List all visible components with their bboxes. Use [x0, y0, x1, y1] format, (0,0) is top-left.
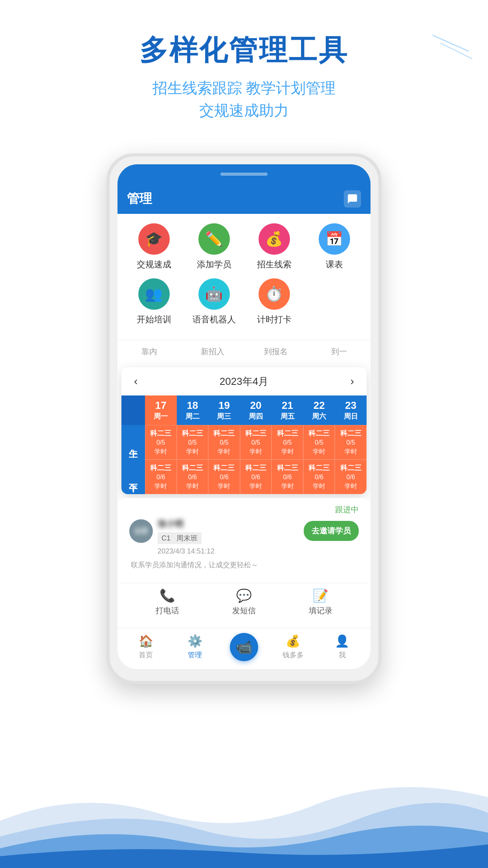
cal-col-18: 18 周二 — [177, 395, 209, 425]
quick-actions-grid: 🎓 交规速成 ✏️ 添加学员 💰 招生线索 📅 课表 — [117, 214, 371, 340]
cal-cell-am-thu[interactable]: 科二三0/5学时 — [240, 425, 272, 460]
action-icon-recruit: 💰 — [259, 223, 290, 255]
nav-home[interactable]: 🏠 首页 — [121, 634, 171, 660]
calendar-overlay: ‹ 2023年4月 › 17 周一 18 周二 — [121, 367, 367, 494]
lead-avatar-name: 去班 张小明 C1 周末班 — [129, 518, 202, 544]
cal-cell-pm-wed[interactable]: 科二三0/6学时 — [208, 460, 240, 494]
action-buttons-row: 📞 打电话 💬 发短信 📝 填记录 — [121, 583, 367, 624]
call-button[interactable]: 📞 打电话 — [156, 588, 179, 616]
lead-time: 2023/4/3 14:51:12 — [158, 547, 359, 555]
tab-row: 靠内 新招入 到报名 到一 — [117, 340, 371, 363]
phone-notch — [117, 164, 371, 184]
actions-row-2: 👥 开始培训 🤖 语音机器人 ⏱️ 计时打卡 — [124, 278, 364, 326]
invite-student-button[interactable]: 去邀请学员 — [304, 521, 359, 541]
chat-icon-button[interactable] — [344, 190, 361, 208]
app-header: 管理 — [117, 184, 371, 214]
cal-cell-pm-sun[interactable]: 科二三0/6学时 — [335, 460, 367, 494]
action-label-robot: 语音机器人 — [193, 314, 236, 326]
action-checkin[interactable]: ⏱️ 计时打卡 — [251, 278, 298, 326]
main-title: 多样化管理工具 — [16, 31, 472, 69]
lead-class-badge: C1 周末班 — [158, 532, 202, 544]
calendar-grid: 17 周一 18 周二 19 周三 20 周四 — [121, 395, 367, 494]
message-icon: 💬 — [236, 588, 252, 603]
action-icon-addstudent: ✏️ — [198, 223, 230, 255]
calendar-next-button[interactable]: › — [346, 373, 359, 389]
actions-row-1: 🎓 交规速成 ✏️ 添加学员 💰 招生线索 📅 课表 — [124, 223, 364, 270]
manage-icon: ⚙️ — [188, 634, 202, 648]
tab-daobaoming[interactable]: 到报名 — [244, 343, 307, 360]
cal-col-17: 17 周一 — [145, 395, 177, 425]
camera-button[interactable]: 📹 — [230, 633, 258, 661]
cal-col-19: 19 周三 — [208, 395, 240, 425]
camera-icon: 📹 — [236, 639, 252, 655]
cal-col-empty — [121, 395, 145, 425]
cal-col-22: 22 周六 — [303, 395, 335, 425]
nav-manage-label: 管理 — [188, 650, 202, 660]
calendar-prev-button[interactable]: ‹ — [129, 373, 142, 389]
tab-kaonei[interactable]: 靠内 — [117, 343, 181, 360]
action-jiaoguisucheng[interactable]: 🎓 交规速成 — [130, 223, 178, 270]
lead-name-class: 张小明 C1 周末班 — [158, 518, 202, 544]
record-button[interactable]: 📝 填记录 — [309, 588, 332, 616]
nav-manage[interactable]: ⚙️ 管理 — [171, 634, 220, 660]
cal-col-23: 23 周日 — [335, 395, 367, 425]
cal-cell-am-mon[interactable]: 科二三0/5学时 — [145, 425, 177, 460]
call-label: 打电话 — [156, 605, 179, 616]
tab-daoyige[interactable]: 到一 — [307, 343, 371, 360]
record-icon: 📝 — [313, 588, 328, 603]
cal-cell-am-fri[interactable]: 科二三0/5学时 — [272, 425, 303, 460]
nav-qianduoduo[interactable]: 💰 钱多多 — [268, 634, 317, 660]
action-label-jiaoguisucheng: 交规速成 — [137, 259, 171, 270]
lead-avatar: 去班 — [129, 519, 153, 543]
action-label-schedule: 课表 — [326, 259, 343, 270]
record-label: 填记录 — [309, 605, 332, 616]
cal-cell-pm-fri[interactable]: 科二三0/6学时 — [272, 460, 303, 494]
sms-label: 发短信 — [232, 605, 256, 616]
action-voice-robot[interactable]: 🤖 语音机器人 — [191, 278, 238, 326]
action-icon-jiaoguisucheng: 🎓 — [138, 223, 170, 255]
sms-button[interactable]: 💬 发短信 — [232, 588, 256, 616]
action-label-addstudent: 添加学员 — [197, 259, 231, 270]
cal-col-20: 20 周四 — [240, 395, 272, 425]
action-icon-schedule: 📅 — [319, 223, 350, 255]
nav-qianduoduo-label: 钱多多 — [283, 650, 304, 660]
cal-cell-am-sat[interactable]: 科二三0/5学时 — [303, 425, 335, 460]
calendar-afternoon-row: 下午 科二三0/6学时 科二三0/6学时 科二三0/6学时 科二三0/6学时 科… — [121, 460, 367, 494]
lead-card: 跟进中 去班 张小明 C1 周末班 — [121, 498, 367, 579]
lead-name: 张小明 — [158, 518, 202, 530]
cal-cell-pm-thu[interactable]: 科二三0/6学时 — [240, 460, 272, 494]
action-schedule[interactable]: 📅 课表 — [311, 223, 358, 270]
cal-cell-am-wed[interactable]: 科二三0/5学时 — [208, 425, 240, 460]
person-icon: 👤 — [335, 634, 349, 648]
avatar-text: 去班 — [134, 526, 148, 536]
cal-cell-pm-mon[interactable]: 科二三0/6学时 — [145, 460, 177, 494]
phone-screen: 管理 🎓 交规速成 ✏️ 添加学员 — [117, 184, 371, 669]
phone-icon: 📞 — [160, 588, 175, 603]
cal-cell-am-tue[interactable]: 科二三0/5学时 — [177, 425, 209, 460]
action-start-training[interactable]: 👥 开始培训 — [130, 278, 178, 326]
afternoon-label: 下午 — [121, 460, 145, 494]
sub-title: 招生线索跟踪 教学计划管理 交规速成助力 — [16, 77, 472, 122]
notch-bar — [220, 173, 268, 176]
message-icon — [347, 193, 358, 204]
app-header-title: 管理 — [127, 190, 152, 208]
nav-camera[interactable]: 📹 — [220, 633, 269, 661]
cal-cell-am-sun[interactable]: 科二三0/5学时 — [335, 425, 367, 460]
phone-frame: 管理 🎓 交规速成 ✏️ 添加学员 — [106, 153, 382, 684]
lead-info-row: 去班 张小明 C1 周末班 去邀请学员 — [129, 518, 359, 544]
lead-tip: 联系学员添加沟通情况，让成交更轻松～ — [129, 560, 359, 570]
calendar-morning-row: 上午 科二三0/5学时 科二三0/5学时 科二三0/5学时 科二三0/5学时 科… — [121, 425, 367, 460]
action-label-recruit: 招生线索 — [257, 259, 292, 270]
tab-xinzhaoru[interactable]: 新招入 — [181, 343, 244, 360]
calendar-title: 2023年4月 — [220, 375, 268, 388]
action-addstudent[interactable]: ✏️ 添加学员 — [191, 223, 238, 270]
calendar-header: ‹ 2023年4月 › — [121, 367, 367, 395]
cal-cell-pm-sat[interactable]: 科二三0/6学时 — [303, 460, 335, 494]
nav-me[interactable]: 👤 我 — [317, 634, 367, 660]
header-section: 多样化管理工具 招生线索跟踪 教学计划管理 交规速成助力 — [0, 0, 488, 138]
nav-me-label: 我 — [339, 650, 346, 660]
cal-cell-pm-tue[interactable]: 科二三0/6学时 — [177, 460, 209, 494]
action-icon-checkin: ⏱️ — [259, 278, 290, 310]
action-recruit-leads[interactable]: 💰 招生线索 — [251, 223, 298, 270]
action-label-checkin: 计时打卡 — [257, 314, 292, 326]
